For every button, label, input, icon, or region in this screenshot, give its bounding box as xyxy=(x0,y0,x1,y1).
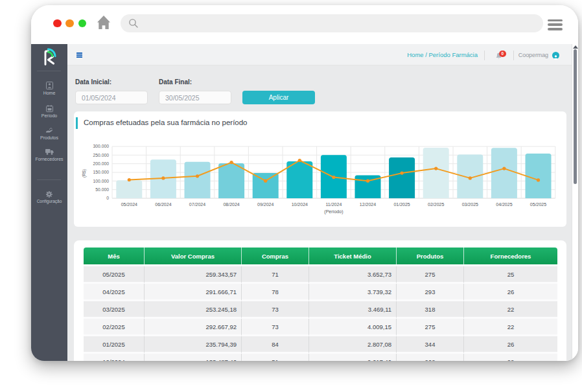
svg-text:09/2024: 09/2024 xyxy=(257,202,274,207)
svg-text:150.000: 150.000 xyxy=(93,170,109,174)
svg-text:(Período): (Período) xyxy=(324,209,343,214)
svg-text:04/2025: 04/2025 xyxy=(496,202,512,207)
svg-text:50.000: 50.000 xyxy=(95,187,109,192)
svg-text:250.000: 250.000 xyxy=(93,153,109,157)
svg-text:11/2024: 11/2024 xyxy=(326,202,342,207)
svg-text:200.000: 200.000 xyxy=(93,161,109,166)
svg-text:06/2024: 06/2024 xyxy=(155,202,171,207)
svg-text:08/2024: 08/2024 xyxy=(223,202,239,207)
svg-text:05/2024: 05/2024 xyxy=(121,202,137,207)
svg-text:300.000: 300.000 xyxy=(93,144,109,148)
svg-text:10/2024: 10/2024 xyxy=(292,202,308,207)
svg-text:(R$): (R$) xyxy=(82,169,87,178)
svg-text:100.000: 100.000 xyxy=(93,179,109,183)
svg-text:03/2025: 03/2025 xyxy=(462,202,478,207)
svg-text:0: 0 xyxy=(106,196,109,200)
svg-text:12/2024: 12/2024 xyxy=(360,202,376,207)
svg-text:07/2024: 07/2024 xyxy=(189,202,205,207)
svg-text:02/2025: 02/2025 xyxy=(428,202,444,207)
svg-text:01/2025: 01/2025 xyxy=(393,202,410,207)
svg-text:05/2025: 05/2025 xyxy=(530,202,546,207)
